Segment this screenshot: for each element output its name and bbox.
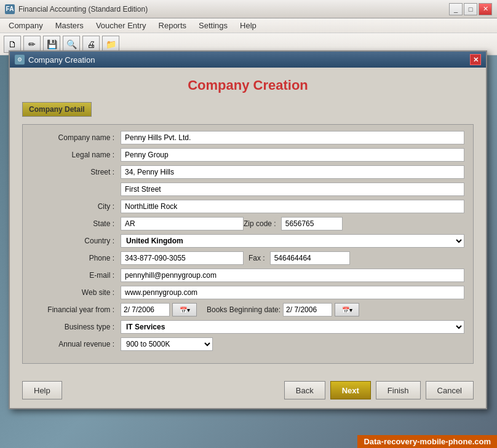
dialog-content: Company Creation Company Detail Company … [10,68,486,374]
business-type-row: Business type : IT Services [31,320,464,334]
fax-input[interactable] [270,251,350,265]
next-button[interactable]: Next [330,381,371,399]
books-beginning-input[interactable] [283,303,332,316]
menu-bar: Company Masters Voucher Entry Reports Se… [0,18,497,33]
fax-label: Fax : [248,254,265,262]
menu-help[interactable]: Help [234,20,263,31]
company-name-input[interactable] [121,131,464,144]
maximize-button[interactable]: □ [464,3,477,15]
dialog-close-button[interactable]: ✕ [470,54,481,65]
section-header: Company Detail [22,102,92,117]
financial-year-field: 📅▾ [121,303,197,316]
zip-code-label: Zip code : [244,219,276,228]
dialog-title: Company Creation [28,55,470,65]
dialog-footer: Help Back Next Finish Cancel [10,374,486,408]
city-row: City : [31,200,464,213]
zip-section: Zip code : [244,217,343,230]
financial-year-input[interactable] [121,303,170,316]
books-beginning-field: Books Beginning date: 📅▾ [207,303,359,316]
menu-voucher-entry[interactable]: Voucher Entry [90,20,153,31]
financial-year-label: Financial year from : [31,305,121,314]
website-input[interactable] [121,286,464,299]
close-button[interactable]: ✕ [479,3,492,15]
legal-name-row: Legal name : [31,148,464,162]
dialog-icon: ⚙ [15,55,25,65]
help-button[interactable]: Help [22,381,62,399]
footer-left: Help [22,381,62,399]
street-input-1[interactable] [121,165,464,179]
cancel-button[interactable]: Cancel [426,381,474,399]
menu-masters[interactable]: Masters [49,20,90,31]
dialog-heading: Company Creation [22,77,474,93]
country-row: Country : United Kingdom [31,234,464,248]
state-zip-row: State : Zip code : [31,217,464,230]
state-input[interactable] [121,217,244,230]
dates-section: 📅▾ Books Beginning date: 📅▾ [121,303,359,316]
menu-reports[interactable]: Reports [153,20,193,31]
phone-label: Phone : [31,254,121,262]
website-label: Web site : [31,288,121,297]
form-area: Company name : Legal name : Street : Cit… [22,124,474,364]
phone-input[interactable] [121,251,244,265]
state-label: State : [31,219,121,228]
email-row: E-mail : [31,269,464,282]
dates-row: Financial year from : 📅▾ Books Beginning… [31,303,464,316]
street-row-1: Street : [31,165,464,179]
city-label: City : [31,202,121,211]
phone-fax-row: Phone : Fax : [31,251,464,265]
legal-name-label: Legal name : [31,151,121,159]
zip-code-input[interactable] [281,217,343,230]
company-name-label: Company name : [31,133,121,142]
website-row: Web site : [31,286,464,299]
footer-right: Back Next Finish Cancel [284,381,474,399]
books-beginning-calendar-button[interactable]: 📅▾ [335,303,359,316]
back-button[interactable]: Back [284,381,325,399]
menu-settings[interactable]: Settings [193,20,234,31]
legal-name-input[interactable] [121,148,464,162]
annual-revenue-label: Annual revenue : [31,340,121,348]
app-title: Financial Accounting (Standard Edition) [18,5,449,14]
dialog-title-bar: ⚙ Company Creation ✕ [10,52,486,68]
phone-fax-section: Fax : [121,251,350,265]
company-creation-dialog: ⚙ Company Creation ✕ Company Creation Co… [9,50,487,409]
menu-company[interactable]: Company [2,20,49,31]
minimize-button[interactable]: _ [449,3,463,15]
country-select[interactable]: United Kingdom [121,234,464,248]
window-controls: _ □ ✕ [449,3,492,15]
city-input[interactable] [121,200,464,213]
books-beginning-label: Books Beginning date: [207,305,280,314]
financial-year-calendar-button[interactable]: 📅▾ [172,303,197,316]
title-bar: FA Financial Accounting (Standard Editio… [0,0,497,18]
business-type-label: Business type : [31,323,121,331]
app-icon: FA [5,4,15,14]
street-input-2[interactable] [121,183,464,196]
business-type-select[interactable]: IT Services [121,320,464,334]
finish-button[interactable]: Finish [376,381,421,399]
annual-revenue-row: Annual revenue : 900 to 5000K Below 900K… [31,337,464,351]
company-name-row: Company name : [31,131,464,144]
street-label: Street : [31,168,121,176]
country-label: Country : [31,237,121,245]
annual-revenue-select[interactable]: 900 to 5000K Below 900K Above 5000K [121,337,213,351]
watermark: Data-recovery-mobile-phone.com [357,435,497,448]
email-label: E-mail : [31,271,121,280]
street-row-2 [31,183,464,196]
email-input[interactable] [121,269,464,282]
